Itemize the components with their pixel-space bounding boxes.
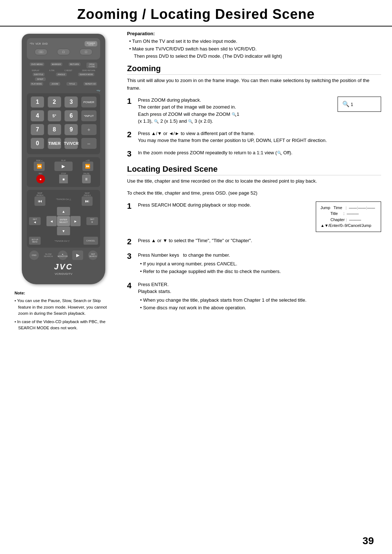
- skip-index-right-label: SKIP/INDEX: [82, 192, 93, 196]
- skip-search-btn[interactable]: SKIP SEARCH: [88, 250, 98, 260]
- locate-step-1: 1 Press SEARCH MODE during playback or s…: [127, 201, 381, 232]
- zoom-step-2-num: 2: [127, 130, 135, 139]
- btn-0[interactable]: 0: [30, 138, 44, 149]
- page-title: Zooming / Locating Desired Scene: [15, 7, 377, 22]
- search-mode-btn[interactable]: SEARCH MODE: [78, 73, 94, 76]
- marker-btn[interactable]: MARKER: [50, 62, 63, 66]
- osd-btn[interactable]: OSD: [29, 250, 39, 260]
- numpad-row-4: 0 TIMER TV/VCR –: [29, 138, 98, 149]
- return-btn[interactable]: RETURN: [69, 62, 81, 66]
- skip-right-btn[interactable]: ⏭: [82, 196, 93, 206]
- zoom-step-2: 2 Press ▲/▼ or ◄/► to view a different p…: [127, 130, 381, 144]
- title-btn[interactable]: TITLE: [66, 82, 77, 86]
- page-number: 39: [363, 535, 374, 547]
- angle-btn[interactable]: ANGLE: [56, 73, 67, 76]
- bottom-row: OSD SLOWSEARCH ▲ MONITOR ▶ SKIP SEARCH: [27, 250, 100, 260]
- power-button[interactable]: POWER: [85, 41, 97, 46]
- set-btn-right[interactable]: SET +: [86, 217, 98, 225]
- setup-menu-btn[interactable]: SET UPMENU: [29, 237, 41, 245]
- zoom-step-1-num: 1: [127, 97, 135, 106]
- locate-step-4-num: 4: [127, 281, 135, 290]
- vcr-selector[interactable]: □: [57, 49, 70, 55]
- tv-vcr-ch-bottom-label: *TV/VCR CH ▽: [54, 240, 69, 242]
- rec-btn[interactable]: ●: [36, 175, 45, 183]
- cancel-btn[interactable]: CANCEL: [83, 237, 98, 245]
- zoom-btn[interactable]: ZOOM: [49, 82, 60, 86]
- play-btn[interactable]: ▶: [54, 162, 73, 171]
- plus-btn[interactable]: +: [81, 124, 97, 135]
- locate-step-2: 2 Press ▲ or ▼ to select the "Time", "Ti…: [127, 237, 381, 247]
- main-layout: *TV VCR DVD POWER □□: [0, 30, 392, 334]
- rew-btn[interactable]: ⏪: [34, 162, 45, 171]
- dpad-left-btn[interactable]: ◄: [46, 216, 57, 226]
- btn-2[interactable]: 2: [48, 96, 61, 108]
- set-btn-left[interactable]: SET ◄: [29, 217, 41, 225]
- remote-top-row: *TV VCR DVD POWER: [30, 41, 97, 46]
- tv-selector[interactable]: □□: [34, 49, 48, 55]
- spep-btn[interactable]: SP/EP: [35, 77, 46, 81]
- btn-5[interactable]: 5°: [48, 110, 61, 122]
- pause-btn[interactable]: ⏸: [82, 175, 91, 183]
- power-side-btn[interactable]: POWER: [81, 97, 97, 107]
- left-column: *TV VCR DVD POWER □□: [11, 30, 116, 334]
- locate-step-3-content: Press Number keys to change the number. …: [138, 252, 381, 276]
- note-section: Note: • You can use the Pause, Slow, Sea…: [15, 290, 113, 334]
- note-title: Note:: [15, 290, 113, 296]
- stop-btn[interactable]: ■: [59, 175, 68, 183]
- ff-btn[interactable]: ⏩: [82, 162, 93, 171]
- atrk-label: A.TRK: [49, 69, 55, 72]
- locate-step-2-num: 2: [127, 237, 135, 247]
- dpad-down-btn[interactable]: ▼: [57, 227, 70, 235]
- right-column: Preparation: • Turn ON the TV and set it…: [123, 30, 381, 334]
- dpad-right-btn[interactable]: ►: [70, 216, 81, 226]
- preparation-section: Preparation: • Turn ON the TV and set it…: [127, 30, 381, 60]
- skip-index-left-label: SKIP/INDEX: [34, 192, 45, 196]
- locating-note: To check the title, chapter and time, pr…: [127, 190, 381, 197]
- subtitle-btn[interactable]: SUB TITLE: [33, 73, 45, 76]
- locate-step-4-bullet-2: • Some discs may not work in the above o…: [138, 304, 381, 311]
- btn-3[interactable]: 3: [64, 96, 78, 108]
- play-mode-btn[interactable]: PLAY MODE: [30, 82, 44, 86]
- dvd-label: DVD: [42, 42, 48, 45]
- locate-step-2-content: Press ▲ or ▼ to select the "Time", "Titl…: [138, 237, 381, 244]
- vcr-label: VCR: [36, 42, 41, 45]
- input-btn[interactable]: *INPUT: [81, 110, 97, 121]
- btn-4[interactable]: 4: [30, 110, 44, 122]
- tv-vcr-btn[interactable]: TV/VCR: [64, 138, 78, 149]
- selector-row: □□ □ □: [30, 49, 97, 55]
- zoom-step-3-content: In the zoom mode press ZOOM repeatedly t…: [138, 149, 381, 156]
- tv-vcr-ch-label: *TV/VCR CH △: [56, 198, 71, 200]
- btn-6[interactable]: 6: [64, 110, 78, 122]
- dvd-selector[interactable]: □: [79, 49, 93, 55]
- locate-step-3-bullet-1: • If you input a wrong number, press CAN…: [138, 260, 381, 268]
- locate-step-1-text: Press SEARCH MODE during playback or sto…: [138, 201, 312, 209]
- btn-1[interactable]: 1: [30, 96, 44, 108]
- timer-btn[interactable]: TIMER: [48, 138, 61, 149]
- remote-top-section: *TV VCR DVD POWER □□: [27, 38, 100, 60]
- numpad-section: 1 2 3 POWER 4 5° 6 *INPUT 7 8 9: [27, 93, 100, 154]
- minus-btn[interactable]: –: [81, 138, 97, 149]
- zoom-step-3: 3 In the zoom mode press ZOOM repeatedly…: [127, 149, 381, 159]
- locate-step-4: 4 Press ENTER. Playback starts. • When y…: [127, 281, 381, 312]
- skip-left-btn[interactable]: ⏮: [34, 196, 45, 206]
- btn-7[interactable]: 7: [30, 124, 44, 135]
- dpad-enter-btn[interactable]: ENTERSELECT: [57, 216, 70, 226]
- dvd-menu-btn[interactable]: DVD MENU: [30, 62, 44, 66]
- source-labels: *TV VCR DVD: [30, 42, 48, 45]
- btn-8[interactable]: 8: [48, 124, 61, 135]
- locate-step-4-bullets: • When you change the title, playback st…: [138, 297, 381, 311]
- function-row-4: PLAY MODE ZOOM TITLE REPEAT A-B: [27, 82, 100, 86]
- locate-step-4-content: Press ENTER. Playback starts. • When you…: [138, 281, 381, 312]
- btn-9[interactable]: 9: [64, 124, 78, 135]
- play-bottom-btn[interactable]: ▶: [72, 250, 83, 260]
- monitor-btn[interactable]: ▲ MONITOR: [58, 250, 68, 260]
- repeat-btn[interactable]: REPEAT A-B: [83, 82, 97, 86]
- prep-title: Preparation:: [127, 30, 381, 38]
- open-close-btn[interactable]: OPEN/CLOSE: [86, 62, 97, 68]
- transport-row-1: REW ↩ ⏪ PLAY ▶ ↪ FF ⏩: [29, 159, 98, 171]
- locating-title: Locating Desired Scene: [127, 164, 381, 175]
- zooming-intro: This unit will allow you to zoom in on t…: [127, 77, 381, 92]
- locating-intro: Use the title, chapter and time recorded…: [127, 178, 381, 185]
- dpad-up-btn[interactable]: ▲: [57, 207, 70, 216]
- note-item-1: • You can use the Pause, Slow, Search or…: [15, 298, 113, 317]
